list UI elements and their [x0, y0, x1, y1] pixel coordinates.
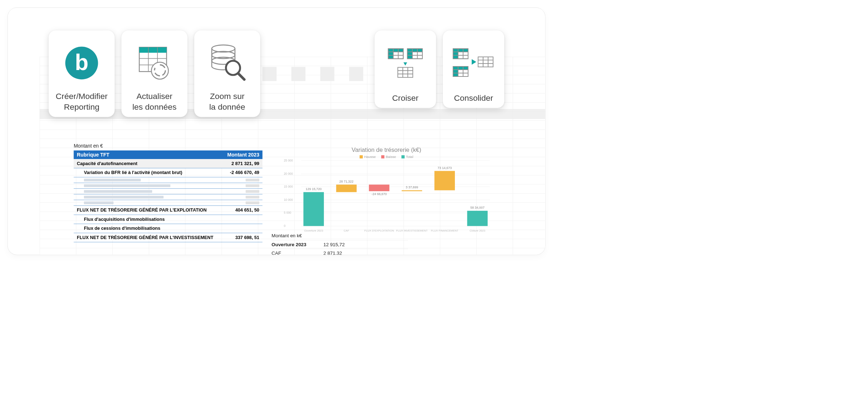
legend-swatch-baisse	[381, 155, 385, 158]
chart-bar[interactable]: -24 66,670FLUX D'EXPLOITATION	[367, 160, 392, 226]
table-row[interactable]: Flux d'acquisitions d'immobilisations	[74, 215, 262, 224]
table-row-placeholder	[74, 189, 262, 194]
table-row[interactable]: FLUX NET DE TRÉSORERIE GÉNÉRÉ PAR L'INVE…	[74, 233, 262, 242]
svg-rect-46	[453, 66, 468, 70]
row-value: 404 651, 50	[235, 208, 259, 213]
ribbon-refresh-data-button[interactable]: Actualiser les données	[121, 30, 187, 117]
chart-title: Variation de trésorerie (k€)	[283, 147, 490, 154]
svg-rect-30	[398, 67, 413, 77]
row-value: 2 871 321, 99	[231, 161, 259, 166]
chart-bar[interactable]: 58 34,007Clôture 2023	[465, 160, 490, 226]
table-row[interactable]: Variation du BFR lié à l'activité (monta…	[74, 168, 262, 177]
table-row-placeholder	[74, 194, 262, 200]
legend-swatch-hausse	[360, 155, 363, 158]
cross-tables-icon	[379, 37, 432, 90]
svg-rect-16	[388, 49, 403, 52]
table-row-placeholder	[74, 183, 262, 189]
table-row-placeholder	[74, 200, 262, 206]
tft-hdr-right: Montant 2023	[227, 152, 260, 158]
row-key: Ouverture 2023	[272, 242, 317, 247]
chart-legend: Hausse Baisse Total	[283, 155, 490, 159]
svg-text:b: b	[75, 50, 89, 75]
consolidate-tables-icon	[447, 37, 500, 90]
chart-bar[interactable]: 73 14,673FLUX FINANCEMENT	[432, 160, 457, 226]
chart-bars: 129 15,720Ouverture 202328 71,322CAF-24 …	[301, 160, 490, 226]
svg-rect-3	[139, 47, 166, 53]
ribbon-zoom-data-button[interactable]: Zoom sur la donnée	[194, 30, 260, 117]
treasury-mini-table: Montant en k€ Ouverture 2023 12 915,72 C…	[272, 233, 408, 255]
chart-bar[interactable]: 3 37,699FLUX INVESTISSEMENT	[400, 160, 425, 226]
tft-header: Rubrique TFT Montant 2023	[74, 150, 262, 159]
waterfall-chart: Variation de trésorerie (k€) Hausse Bais…	[283, 147, 490, 226]
ribbon-zoom-label: Zoom sur la donnée	[209, 91, 245, 113]
row-label: Flux de cessions d'immobilisations	[84, 226, 160, 231]
legend-swatch-total	[401, 155, 405, 158]
table-row[interactable]: FLUX NET DE TRÉSORERIE GÉNÉRÉ PAR L'EXPL…	[74, 206, 262, 215]
table-row[interactable]: Capacité d'autofinancement 2 871 321, 99	[74, 159, 262, 168]
svg-rect-38	[453, 49, 468, 52]
table-row[interactable]: CAF 2 871,32	[272, 249, 408, 255]
legend-label: Baisse	[386, 155, 396, 159]
row-label: Variation du BFR lié à l'activité (monta…	[84, 170, 182, 175]
chart-plot-area: 05 00010 00015 00020 00025 000 129 15,72…	[301, 160, 490, 226]
row-value: 337 698, 51	[235, 235, 259, 240]
ribbon-consolidate-label: Consolider	[454, 93, 493, 103]
ribbon-refresh-label: Actualiser les données	[132, 91, 177, 113]
ribbon-cross-label: Croiser	[392, 93, 418, 103]
legend-label: Total	[406, 155, 413, 159]
table-row[interactable]: Flux de cessions d'immobilisations	[74, 224, 262, 233]
ribbon-consolidate-button[interactable]: Consolider	[443, 30, 504, 108]
row-key: CAF	[272, 250, 317, 255]
row-label: FLUX NET DE TRÉSORERIE GÉNÉRÉ PAR L'INVE…	[77, 235, 213, 240]
mini-caption: Montant en k€	[272, 233, 408, 238]
row-label: Flux d'acquisitions d'immobilisations	[84, 217, 165, 222]
tft-table: Montant en € Rubrique TFT Montant 2023 C…	[74, 143, 262, 242]
svg-marker-57	[472, 59, 476, 64]
svg-rect-24	[407, 49, 422, 52]
tft-hdr-left: Rubrique TFT	[77, 152, 109, 158]
ribbon-cross-button[interactable]: Croiser	[375, 30, 436, 108]
svg-rect-52	[478, 57, 493, 67]
row-label: Capacité d'autofinancement	[77, 161, 137, 166]
app-logo-icon: b	[53, 37, 110, 89]
row-value: -2 466 670, 49	[230, 170, 259, 175]
ribbon-create-label: Créer/Modifier Reporting	[56, 91, 107, 113]
ribbon: b Créer/Modifier Reporting Actualiser le…	[49, 30, 504, 117]
row-value: 12 915,72	[323, 242, 345, 247]
svg-marker-35	[403, 62, 407, 65]
ribbon-create-reporting-button[interactable]: b Créer/Modifier Reporting	[49, 30, 115, 117]
tft-caption: Montant en €	[74, 143, 262, 149]
table-row-placeholder	[74, 177, 262, 183]
table-row[interactable]: Ouverture 2023 12 915,72	[272, 240, 408, 249]
legend-label: Hausse	[364, 155, 376, 159]
row-value: 2 871,32	[323, 250, 342, 255]
chart-bar[interactable]: 129 15,720Ouverture 2023	[301, 160, 326, 226]
chart-bar[interactable]: 28 71,322CAF	[334, 160, 359, 226]
app-card: b Créer/Modifier Reporting Actualiser le…	[8, 8, 545, 255]
refresh-data-icon	[126, 37, 183, 89]
database-zoom-icon	[199, 37, 256, 89]
row-label: FLUX NET DE TRÉSORERIE GÉNÉRÉ PAR L'EXPL…	[77, 208, 206, 213]
svg-line-13	[238, 73, 244, 79]
